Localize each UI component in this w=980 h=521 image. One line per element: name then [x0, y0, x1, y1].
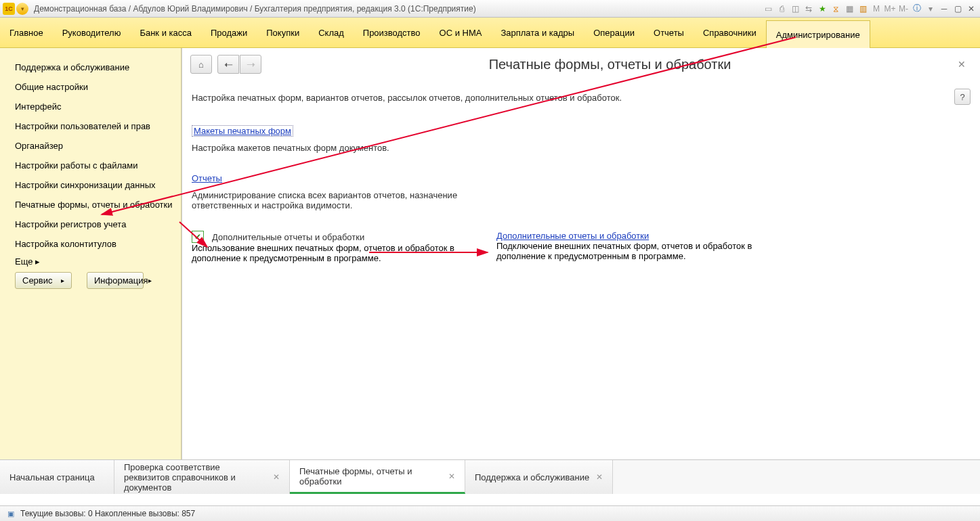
checkbox-additional-reports[interactable]: ✔ [192, 231, 204, 243]
window-tab-label: Начальная страница [9, 472, 95, 482]
titlebar: 1C ▾ Демонстрационная база / Абдулов Юри… [0, 0, 980, 18]
info-dropdown-icon[interactable]: ▾ [924, 3, 937, 15]
status-bar: ▣ Текущие вызовы: 0 Накопленные вызовы: … [0, 505, 980, 521]
back-button[interactable]: 🠐 [217, 55, 239, 74]
sidebar-item-8[interactable]: Настройки регистров учета [0, 214, 181, 234]
window-tab-2[interactable]: Печатные формы, отчеты и обработки✕ [290, 460, 465, 494]
page-title: Печатные формы, отчеты и обработки [263, 57, 957, 72]
info-icon[interactable]: ⓘ [911, 3, 923, 15]
tab-close-icon[interactable]: ✕ [273, 472, 280, 482]
save-icon[interactable]: ▭ [762, 3, 774, 15]
m-icon[interactable]: M [870, 3, 882, 15]
status-text: Текущие вызовы: 0 Накопленные вызовы: 85… [20, 509, 195, 518]
print-icon[interactable]: ⎙ [775, 3, 788, 15]
tab-close-icon[interactable]: ✕ [448, 472, 455, 481]
close-page-button[interactable]: ✕ [957, 60, 966, 69]
close-icon[interactable]: ✕ [965, 3, 977, 15]
maximize-icon[interactable]: ▢ [952, 3, 964, 15]
chevron-right-icon: ▸ [61, 277, 64, 284]
favorites-icon[interactable]: ★ [816, 3, 828, 15]
sidebar-item-2[interactable]: Интерфейс [0, 97, 181, 116]
desc-additional-left: Использование внешних печатных форм, отч… [192, 243, 476, 263]
check-icon: ✔ [194, 233, 201, 241]
menu-item-11[interactable]: Справочники [694, 18, 766, 47]
m-minus-icon[interactable]: M- [897, 3, 910, 15]
window-tabs: Начальная страницаПроверка соответствие … [0, 459, 980, 494]
sidebar-item-9[interactable]: Настройка колонтитулов [0, 234, 181, 254]
app-menu-dropdown-icon[interactable]: ▾ [16, 3, 28, 15]
sidebar-item-0[interactable]: Поддержка и обслуживание [0, 58, 181, 77]
sidebar-item-4[interactable]: Органайзер [0, 136, 181, 156]
link-reports[interactable]: Отчеты [192, 173, 222, 183]
chevron-right-icon: ▸ [148, 277, 152, 284]
group-additional-reports: ✔ Дополнительные отчеты и обработки Испо… [192, 231, 971, 263]
link-print-templates[interactable]: Макеты печатных форм [192, 125, 293, 137]
history-icon[interactable]: ⧖ [830, 3, 842, 15]
preview-icon[interactable]: ◫ [789, 3, 801, 15]
menu-item-7[interactable]: ОС и НМА [430, 18, 492, 47]
minimize-icon[interactable]: ─ [938, 3, 950, 15]
main-area: ⌂ 🠐 🠒 Печатные формы, отчеты и обработки… [182, 48, 980, 459]
sidebar-info-button[interactable]: Информация▸ [87, 272, 144, 289]
window-tab-label: Проверка соответствие реквизитов справоч… [124, 462, 266, 493]
menu-item-0[interactable]: Главное [0, 18, 53, 47]
sidebar-item-7[interactable]: Печатные формы, отчеты и обработки [0, 195, 181, 214]
link-additional-reports[interactable]: Дополнительные отчеты и обработки [496, 231, 649, 241]
group-print-templates: Макеты печатных форм Настройка макетов п… [192, 126, 971, 153]
menu-item-10[interactable]: Отчеты [644, 18, 694, 47]
menu-item-3[interactable]: Продажи [201, 18, 257, 47]
m-plus-icon[interactable]: M+ [884, 3, 896, 15]
app-logo-icon: 1C [3, 3, 15, 15]
window-tab-label: Печатные формы, отчеты и обработки [299, 466, 442, 486]
sidebar-item-5[interactable]: Настройки работы с файлами [0, 156, 181, 175]
desc-additional-right: Подключение внешних печатных форм, отчет… [496, 241, 781, 261]
sidebar-service-button[interactable]: Сервис▸ [15, 272, 72, 289]
menu-item-9[interactable]: Операции [584, 18, 644, 47]
sidebar-more[interactable]: Еще ▸ [0, 254, 181, 269]
menu-item-8[interactable]: Зарплата и кадры [491, 18, 584, 47]
compare-icon[interactable]: ⇆ [803, 3, 815, 15]
sidebar: Поддержка и обслуживаниеОбщие настройкиИ… [0, 48, 182, 459]
titlebar-tools: ▭ ⎙ ◫ ⇆ ★ ⧖ ▦ ▥ M M+ M- ⓘ ▾ ─ ▢ ✕ [762, 3, 977, 15]
home-button[interactable]: ⌂ [190, 55, 212, 74]
menu-item-5[interactable]: Склад [309, 18, 354, 47]
desc-reports: Администрирование списка всех вариантов … [192, 190, 483, 210]
tab-close-icon[interactable]: ✕ [596, 472, 603, 482]
group-reports: Отчеты Администрирование списка всех вар… [192, 173, 971, 210]
status-icon: ▣ [5, 509, 16, 518]
calendar-icon[interactable]: ▥ [857, 3, 869, 15]
window-title: Демонстрационная база / Абдулов Юрий Вла… [34, 4, 476, 14]
menu-item-4[interactable]: Покупки [257, 18, 309, 47]
checkbox-label: Дополнительные отчеты и обработки [212, 232, 364, 242]
page-subtitle: Настройка печатных форм, вариантов отчет… [192, 93, 971, 103]
window-tab-1[interactable]: Проверка соответствие реквизитов справоч… [114, 460, 290, 494]
sidebar-item-3[interactable]: Настройки пользователей и прав [0, 116, 181, 136]
sidebar-item-1[interactable]: Общие настройки [0, 77, 181, 97]
menu-item-6[interactable]: Производство [354, 18, 430, 47]
menu-item-12[interactable]: Администрирование [766, 20, 870, 48]
main-menu: ГлавноеРуководителюБанк и кассаПродажиПо… [0, 18, 980, 48]
forward-button[interactable]: 🠒 [240, 55, 261, 74]
window-tab-0[interactable]: Начальная страница [0, 460, 114, 494]
window-tab-3[interactable]: Поддержка и обслуживание✕ [465, 460, 613, 494]
main-body: Настройка печатных форм, вариантов отчет… [182, 74, 980, 263]
window-tab-label: Поддержка и обслуживание [475, 472, 589, 482]
calculator-icon[interactable]: ▦ [843, 3, 855, 15]
menu-item-1[interactable]: Руководителю [53, 18, 131, 47]
main-toolbar: ⌂ 🠐 🠒 Печатные формы, отчеты и обработки… [182, 48, 980, 74]
desc-print-templates: Настройка макетов печатных форм документ… [192, 143, 971, 153]
menu-item-2[interactable]: Банк и касса [130, 18, 201, 47]
sidebar-item-6[interactable]: Настройки синхронизации данных [0, 175, 181, 195]
